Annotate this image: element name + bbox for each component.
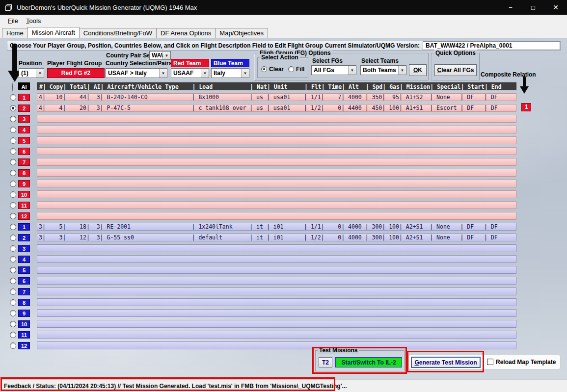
row-select-radio[interactable] <box>10 202 16 209</box>
blue-flight-group-rows: 1 3| 5| 18| 3| RE-2001 | 1x240lTank | it… <box>8 221 558 351</box>
flight-group-row: 8 <box>8 297 558 308</box>
row-select-radio[interactable] <box>10 127 16 133</box>
flight-description-field[interactable] <box>37 309 516 317</box>
generate-test-mission-button[interactable]: Generate Test Mission <box>411 357 481 368</box>
country-selection-select[interactable]: USAAF > Italy ▼ <box>106 68 167 78</box>
flight-description-field[interactable] <box>37 331 516 339</box>
flight-description-field[interactable] <box>37 341 516 349</box>
red-team-label: Red Team <box>171 59 209 67</box>
flight-description-field[interactable] <box>37 255 516 263</box>
chevron-down-icon: ▼ <box>398 66 406 75</box>
flight-description-field[interactable] <box>37 320 516 328</box>
player-flight-group-label: Player Flight Group <box>47 60 102 67</box>
row-select-radio[interactable] <box>10 245 16 252</box>
flight-description-field[interactable] <box>37 277 516 285</box>
select-fgs-select[interactable]: All FGs ▼ <box>311 65 356 75</box>
menu-file[interactable]: File <box>4 16 22 26</box>
maximize-button[interactable]: □ <box>522 0 544 15</box>
flight-description-field[interactable]: 3| 3| 12| 3| G-55 ss0 | default | it | i… <box>37 234 516 241</box>
flight-description-field[interactable] <box>37 169 516 177</box>
title-bar: UberDemon's UberQuick Mission Generator … <box>0 0 567 15</box>
row-select-radio[interactable] <box>10 148 16 155</box>
flight-description-field[interactable] <box>37 190 516 198</box>
menu-tools[interactable]: Tools <box>22 16 45 26</box>
flight-group-row: 10 <box>8 318 558 329</box>
flight-group-row: 6 <box>8 146 558 157</box>
row-number-badge: 9 <box>18 310 30 317</box>
row-select-radio[interactable] <box>10 159 16 165</box>
flight-group-row: 12 <box>8 210 558 221</box>
row-select-radio[interactable] <box>10 299 16 306</box>
row-select-radio[interactable] <box>10 342 16 349</box>
flight-description-field[interactable]: 4| 10| 44| 3| B-24D-140-CO | 8x1000 | us… <box>37 93 516 101</box>
flight-group-row: 7 <box>8 157 558 167</box>
tab-df-arena-options[interactable]: DF Arena Options <box>156 28 216 38</box>
minimize-button[interactable]: − <box>499 0 522 15</box>
row-select-radio[interactable] <box>10 321 16 327</box>
start-switch-il2-button[interactable]: Start/Switch To IL-2 <box>335 357 402 367</box>
row-number-badge: 2 <box>18 105 30 112</box>
flight-description-field[interactable] <box>37 126 516 133</box>
flight-description-field[interactable] <box>37 298 516 306</box>
row-select-radio[interactable] <box>10 288 16 295</box>
menu-bar: File Tools <box>0 15 567 27</box>
ok-button[interactable]: OK <box>409 64 427 76</box>
test-missions-groupbox: Test Missions T2 Start/Switch To IL-2 <box>315 350 405 371</box>
flight-description-field[interactable]: 4| 4| 20| 3| P-47C-5 | c tank108 over | … <box>37 104 516 112</box>
row-select-radio[interactable] <box>10 137 16 144</box>
row-select-radio[interactable] <box>10 332 16 338</box>
row-select-radio[interactable] <box>10 213 16 219</box>
row-select-radio[interactable] <box>10 116 16 122</box>
flight-description-field[interactable] <box>37 244 516 252</box>
row-number-badge: 6 <box>18 148 30 155</box>
row-select-radio[interactable] <box>10 105 16 111</box>
row-select-radio[interactable] <box>10 191 16 198</box>
row-select-radio[interactable] <box>10 310 16 316</box>
tab-conditions-briefing-fow[interactable]: Conditions/Briefing/FoW <box>79 28 157 38</box>
t2-button[interactable]: T2 <box>319 357 332 367</box>
flight-description-field[interactable] <box>37 212 516 220</box>
row-select-radio[interactable] <box>10 278 16 284</box>
flight-description-field[interactable] <box>37 136 516 144</box>
tab-home[interactable]: Home <box>2 28 28 38</box>
country-pair-set-select[interactable]: WAW ▼ <box>149 51 171 60</box>
player-flight-group-button[interactable]: Red FG #2 <box>47 68 105 78</box>
flight-group-row: 2 4| 4| 20| 3| P-47C-5 | c tank108 over … <box>8 103 558 113</box>
ai-row-radio[interactable] <box>12 82 13 92</box>
flight-description-field[interactable]: 3| 5| 18| 3| RE-2001 | 1x240lTank | it |… <box>37 223 516 231</box>
instruction-text: Choose Your Player Group, Position, Coun… <box>7 42 323 49</box>
select-teams-select[interactable]: Both Teams ▼ <box>360 65 406 75</box>
clear-all-fgs-button[interactable]: Clear All FGs <box>434 64 477 76</box>
blue-team-select[interactable]: Italy ▼ <box>211 68 249 78</box>
fill-radio[interactable]: Fill <box>288 66 304 73</box>
row-select-radio[interactable] <box>10 181 16 187</box>
position-select[interactable]: (1) ▼ <box>19 68 44 78</box>
quick-options-groupbox: Quick Options Clear All FGs <box>431 53 480 80</box>
quick-options-title: Quick Options <box>434 50 477 56</box>
row-select-radio[interactable] <box>10 94 16 101</box>
flight-description-field[interactable] <box>37 115 516 123</box>
row-select-radio[interactable] <box>10 224 16 230</box>
select-fgs-label: Select FGs <box>312 57 343 64</box>
flight-description-field[interactable] <box>37 201 516 209</box>
red-team-select[interactable]: USAAF ▼ <box>171 68 209 78</box>
row-select-radio[interactable] <box>10 170 16 176</box>
flight-description-field[interactable] <box>37 287 516 295</box>
row-select-radio[interactable] <box>10 235 16 241</box>
tab-mission-aircraft[interactable]: Mission Aircraft <box>27 27 80 38</box>
flight-description-field[interactable] <box>37 266 516 274</box>
row-select-radio[interactable] <box>10 256 16 262</box>
select-action-title: Select Action <box>260 54 300 61</box>
flight-description-field[interactable] <box>37 180 516 187</box>
reload-map-template-checkbox[interactable] <box>487 359 493 365</box>
composite-relation-badge: 1 <box>521 103 531 111</box>
flight-description-field[interactable] <box>37 147 516 155</box>
flight-description-text: 4| 10| 44| 3| B-24D-140-CO | 8x1000 | us… <box>37 94 516 101</box>
flight-description-field[interactable] <box>37 158 516 166</box>
tab-map-objectives[interactable]: Map/Objectives <box>215 28 268 38</box>
close-button[interactable]: ✕ <box>544 0 567 15</box>
row-number-badge: 5 <box>18 137 30 144</box>
row-select-radio[interactable] <box>10 267 16 273</box>
clear-radio[interactable]: Clear <box>261 66 284 73</box>
row-number-badge: 10 <box>18 320 30 328</box>
